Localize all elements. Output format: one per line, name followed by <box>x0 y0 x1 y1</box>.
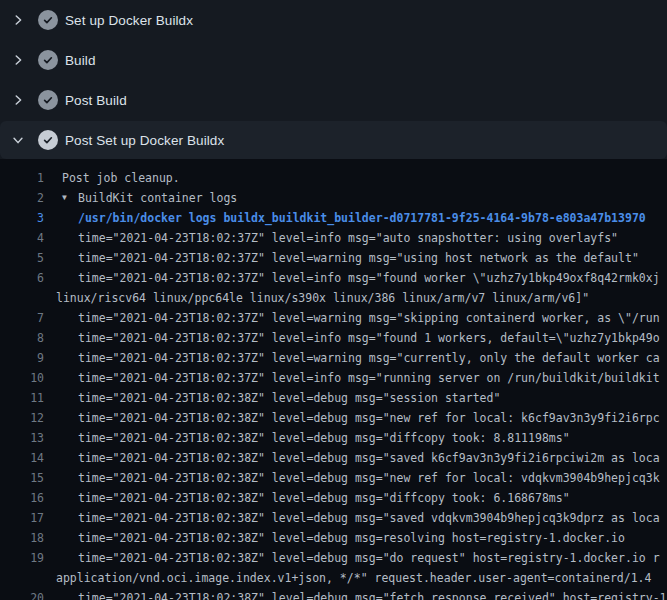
check-circle-icon <box>38 10 58 30</box>
line-number[interactable]: 20 <box>0 588 44 600</box>
log-line: 18 time="2021-04-23T18:02:38Z" level=deb… <box>0 528 667 548</box>
log-line: 16 time="2021-04-23T18:02:38Z" level=deb… <box>0 488 667 508</box>
step-header-build[interactable]: Build <box>0 40 667 80</box>
log-line: 12 time="2021-04-23T18:02:38Z" level=deb… <box>0 408 667 428</box>
line-number[interactable]: 3 <box>0 208 44 228</box>
step-label: Build <box>65 53 96 68</box>
log-line: 13 time="2021-04-23T18:02:38Z" level=deb… <box>0 428 667 448</box>
step-label: Set up Docker Buildx <box>65 13 193 28</box>
line-number[interactable]: 15 <box>0 468 44 488</box>
log-line-text: time="2021-04-23T18:02:38Z" level=debug … <box>78 408 660 428</box>
check-circle-icon <box>38 50 58 70</box>
line-number[interactable]: 2 <box>0 188 44 208</box>
line-number <box>0 288 44 308</box>
log-line: 11 time="2021-04-23T18:02:38Z" level=deb… <box>0 388 667 408</box>
line-number[interactable]: 19 <box>0 548 44 568</box>
steps-list: Set up Docker Buildx Build Post Build Po… <box>0 0 667 159</box>
log-line-text: time="2021-04-23T18:02:38Z" level=debug … <box>78 468 660 488</box>
check-circle-icon <box>38 130 58 150</box>
log-line-text: time="2021-04-23T18:02:38Z" level=debug … <box>78 488 570 508</box>
log-line: 5 time="2021-04-23T18:02:37Z" level=warn… <box>0 248 667 268</box>
log-line: 14 time="2021-04-23T18:02:38Z" level=deb… <box>0 448 667 468</box>
step-label: Post Set up Docker Buildx <box>65 133 224 148</box>
log-line-text: time="2021-04-23T18:02:38Z" level=debug … <box>78 448 660 468</box>
line-number[interactable]: 9 <box>0 348 44 368</box>
log-group-header[interactable]: 2 ▼ BuildKit container logs <box>0 188 667 208</box>
log-line: 19 time="2021-04-23T18:02:38Z" level=deb… <box>0 548 667 568</box>
log-line-text: time="2021-04-23T18:02:38Z" level=debug … <box>78 548 660 568</box>
log-line-text: time="2021-04-23T18:02:37Z" level=info m… <box>78 368 660 388</box>
log-line-text: linux/riscv64 linux/ppc64le linux/s390x … <box>56 288 589 308</box>
log-viewer: 1 Post job cleanup. 2 ▼ BuildKit contain… <box>0 159 667 600</box>
line-number[interactable]: 5 <box>0 248 44 268</box>
log-line: 4 time="2021-04-23T18:02:37Z" level=info… <box>0 228 667 248</box>
log-line-text: time="2021-04-23T18:02:37Z" level=warnin… <box>78 248 639 268</box>
log-line-text: Post job cleanup. <box>62 168 180 188</box>
log-line: 20 time="2021-04-23T18:02:38Z" level=deb… <box>0 588 667 600</box>
log-line: 10 time="2021-04-23T18:02:37Z" level=inf… <box>0 368 667 388</box>
line-number[interactable]: 1 <box>0 168 44 188</box>
chevron-down-icon[interactable] <box>11 133 25 147</box>
log-line-text: time="2021-04-23T18:02:37Z" level=warnin… <box>78 308 660 328</box>
chevron-right-icon[interactable] <box>11 53 25 67</box>
line-number[interactable]: 14 <box>0 448 44 468</box>
line-number[interactable]: 18 <box>0 528 44 548</box>
log-line-continuation: application/vnd.oci.image.index.v1+json,… <box>0 568 667 588</box>
log-line-text: time="2021-04-23T18:02:38Z" level=debug … <box>78 528 625 548</box>
line-number[interactable]: 10 <box>0 368 44 388</box>
line-number[interactable]: 17 <box>0 508 44 528</box>
log-line-continuation: linux/riscv64 linux/ppc64le linux/s390x … <box>0 288 667 308</box>
line-number <box>0 568 44 588</box>
group-collapse-icon[interactable]: ▼ <box>62 188 73 208</box>
log-line: 1 Post job cleanup. <box>0 168 667 188</box>
line-number[interactable]: 8 <box>0 328 44 348</box>
line-number[interactable]: 4 <box>0 228 44 248</box>
line-number[interactable]: 13 <box>0 428 44 448</box>
log-line: 7 time="2021-04-23T18:02:37Z" level=warn… <box>0 308 667 328</box>
log-line: 9 time="2021-04-23T18:02:37Z" level=warn… <box>0 348 667 368</box>
log-line-text: time="2021-04-23T18:02:37Z" level=info m… <box>78 328 660 348</box>
line-number[interactable]: 11 <box>0 388 44 408</box>
log-line-text: time="2021-04-23T18:02:37Z" level=info m… <box>78 228 618 248</box>
chevron-right-icon[interactable] <box>11 93 25 107</box>
log-line: 15 time="2021-04-23T18:02:38Z" level=deb… <box>0 468 667 488</box>
step-label: Post Build <box>65 93 127 108</box>
step-header-post-build[interactable]: Post Build <box>0 80 667 120</box>
log-line-text: time="2021-04-23T18:02:38Z" level=debug … <box>78 428 570 448</box>
log-line: 6 time="2021-04-23T18:02:37Z" level=info… <box>0 268 667 288</box>
chevron-right-icon[interactable] <box>11 13 25 27</box>
check-circle-icon <box>38 90 58 110</box>
log-line-text: time="2021-04-23T18:02:38Z" level=debug … <box>78 588 667 600</box>
log-line-text: time="2021-04-23T18:02:37Z" level=warnin… <box>78 348 660 368</box>
log-line: 17 time="2021-04-23T18:02:38Z" level=deb… <box>0 508 667 528</box>
line-number[interactable]: 16 <box>0 488 44 508</box>
log-line-text: time="2021-04-23T18:02:38Z" level=debug … <box>78 508 660 528</box>
log-line-command: 3 /usr/bin/docker logs buildx_buildkit_b… <box>0 208 667 228</box>
log-group-title[interactable]: BuildKit container logs <box>78 188 237 208</box>
log-line: 8 time="2021-04-23T18:02:37Z" level=info… <box>0 328 667 348</box>
step-header-post-setup-docker-buildx[interactable]: Post Set up Docker Buildx <box>0 121 667 159</box>
log-line-text: application/vnd.oci.image.index.v1+json,… <box>56 568 651 588</box>
line-number[interactable]: 7 <box>0 308 44 328</box>
line-number[interactable]: 12 <box>0 408 44 428</box>
line-number[interactable]: 6 <box>0 268 44 288</box>
log-line-text: /usr/bin/docker logs buildx_buildkit_bui… <box>78 208 646 228</box>
step-header-setup-docker-buildx[interactable]: Set up Docker Buildx <box>0 0 667 40</box>
log-line-text: time="2021-04-23T18:02:37Z" level=info m… <box>78 268 660 288</box>
log-line-text: time="2021-04-23T18:02:38Z" level=debug … <box>78 388 500 408</box>
